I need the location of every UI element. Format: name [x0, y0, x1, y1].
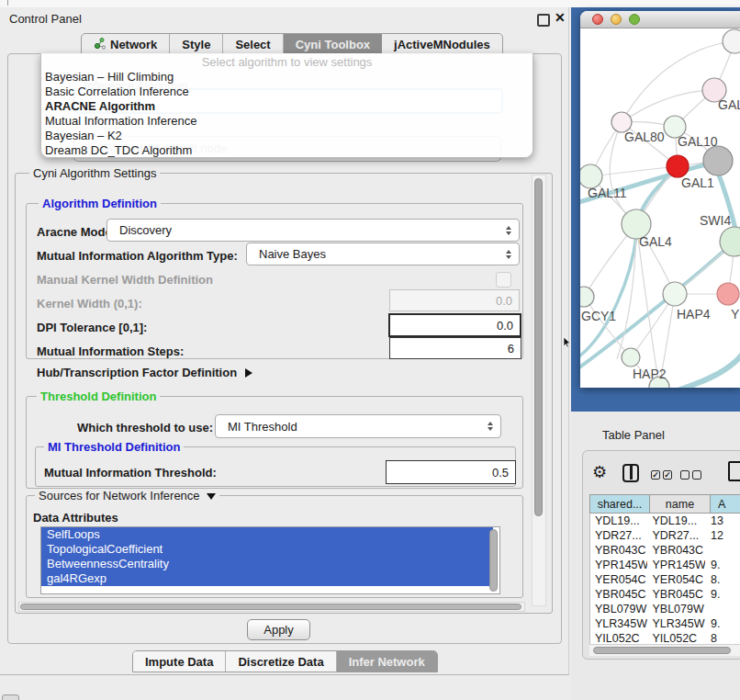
table-row[interactable]: YLR345WYLR345W9.	[590, 616, 740, 631]
node-pink	[717, 283, 739, 305]
network-window-titlebar[interactable]	[580, 11, 740, 28]
dropdown-item[interactable]: Basic Correlation Inference	[41, 85, 533, 99]
kernel-width-label: Kernel Width (0,1):	[37, 297, 142, 310]
dropdown-item[interactable]: Bayesian – Hill Climbing	[41, 70, 533, 85]
sources-title: Sources for Network Inference	[39, 489, 200, 502]
table-body: YDL19...YDL19...13 YDR27...YDR27...12 YB…	[589, 514, 740, 644]
tab-impute-data[interactable]: Impute Data	[133, 651, 226, 672]
node-label-gal80: GAL80	[624, 130, 665, 144]
dropdown-placeholder: Select algorithm to view settings	[41, 54, 533, 70]
settings-hscrollbar-thumb[interactable]	[20, 604, 521, 610]
table-header: shared... name A	[589, 494, 740, 514]
gear-icon[interactable]: ⚙	[592, 462, 607, 482]
tab-label: Network	[110, 38, 157, 51]
hub-expander[interactable]: Hub/Transcription Factor Definition	[37, 366, 252, 379]
mi-steps-field[interactable]: 6	[389, 337, 521, 359]
bottom-tabbar: Impute Data Discretize Data Infer Networ…	[132, 650, 438, 672]
node-label-hap2: HAP2	[633, 367, 667, 381]
node-label-gal-top: GAL	[718, 97, 740, 112]
tab-style[interactable]: Style	[170, 34, 223, 54]
tab-jactivemnodules[interactable]: jActiveMNodules	[382, 34, 502, 54]
kernel-width-field[interactable]: 0.0	[389, 289, 520, 311]
list-item[interactable]: TopologicalCoefficient	[41, 542, 493, 557]
tab-network[interactable]: Network	[82, 34, 170, 54]
column-header-shared[interactable]: shared...	[589, 494, 650, 514]
partial-button[interactable]	[2, 694, 19, 700]
list-item[interactable]: gal4RGexp	[41, 571, 493, 586]
tab-infer-network[interactable]: Infer Network	[337, 651, 437, 672]
table-panel-title: Table Panel	[602, 428, 665, 442]
node-label-gal11: GAL11	[588, 186, 627, 200]
list-item[interactable]: BetweennessCentrality	[41, 557, 493, 571]
split-view-icon[interactable]	[622, 464, 639, 482]
data-attributes-label: Data Attributes	[33, 511, 118, 525]
tab-cyni-toolbox[interactable]: Cyni Toolbox	[284, 34, 382, 54]
manual-kernel-label: Manual Kernel Width Definition	[37, 273, 213, 287]
table-row[interactable]: YBR045CYBR045C9.	[590, 587, 740, 602]
split-divider	[630, 466, 633, 480]
close-icon[interactable]: ✕	[555, 10, 566, 25]
table-row[interactable]: YIL052CYIL052C8	[590, 631, 740, 644]
document-icon[interactable]	[728, 461, 740, 481]
deselect-all-icon[interactable]	[680, 470, 690, 480]
mi-type-combo[interactable]: Naive Bayes	[246, 243, 520, 265]
node-label-y: Y	[731, 307, 740, 322]
mi-threshold-title: MI Threshold Definition	[44, 440, 184, 454]
mi-type-label: Mutual Information Algorithm Type:	[37, 249, 238, 263]
hub-label: Hub/Transcription Factor Definition	[37, 366, 237, 379]
which-threshold-label: Which threshold to use:	[77, 421, 213, 435]
control-panel-tabbar: Network Style Select Cyni Toolbox jActiv…	[81, 33, 503, 55]
table-hscrollbar-thumb[interactable]	[593, 647, 731, 654]
mac-zoom-button[interactable]	[629, 14, 640, 25]
aracne-mode-label: Aracne Mode:	[37, 225, 116, 239]
panel-title: Control Panel	[9, 12, 82, 26]
threshold-definition-title: Threshold Definition	[37, 390, 160, 403]
mit-field[interactable]: 0.5	[386, 460, 516, 484]
dropdown-item-selected[interactable]: ARACNE Algorithm	[41, 99, 533, 114]
select-all-icon-2[interactable]: ✓	[663, 470, 672, 480]
tab-label: Cyni Toolbox	[296, 38, 370, 51]
table-row[interactable]: YDL19...YDL19...13	[590, 514, 740, 528]
node-label-swi4: SWI4	[700, 213, 731, 228]
dropdown-item[interactable]: Dream8 DC_TDC Algorithm	[41, 143, 533, 158]
table-row[interactable]: YPR145WYPR145W9.	[590, 558, 740, 572]
table-row[interactable]: YER054CYER054C8.	[590, 572, 740, 587]
column-header-clipped[interactable]: A	[711, 494, 740, 514]
mac-minimize-button[interactable]	[611, 14, 622, 25]
spinner-arrows-icon	[506, 226, 511, 235]
select-all-icon[interactable]: ✓	[651, 470, 660, 480]
tab-select[interactable]: Select	[223, 34, 283, 54]
dropdown-item[interactable]: Bayesian – K2	[41, 129, 533, 143]
node-hap2	[622, 348, 640, 367]
tab-label: Impute Data	[145, 655, 213, 669]
deselect-all-icon-2[interactable]	[692, 470, 701, 480]
mac-close-button[interactable]	[592, 14, 603, 25]
combo-value: Naive Bayes	[259, 247, 326, 261]
float-icon[interactable]	[537, 14, 550, 27]
tab-discretize-data[interactable]: Discretize Data	[226, 651, 336, 672]
apply-button[interactable]: Apply	[247, 619, 310, 640]
tab-label: Select	[235, 38, 270, 51]
expander-right-icon	[245, 368, 252, 378]
combo-value: MI Threshold	[228, 420, 297, 434]
table-row[interactable]: YBR043CYBR043C	[590, 543, 740, 558]
algorithm-definition-title: Algorithm Definition	[39, 197, 161, 210]
network-canvas[interactable]: GAL GAL80 GAL10 GAL1 GAL11 SWI4 GAL4 GCY…	[580, 28, 740, 388]
list-item[interactable]: SelfLoops	[41, 527, 493, 542]
network-window: GAL GAL80 GAL10 GAL1 GAL11 SWI4 GAL4 GCY…	[580, 11, 740, 388]
sources-collapse-toggle[interactable]: Sources for Network Inference	[35, 489, 219, 502]
node-label-gal10: GAL10	[678, 134, 718, 149]
table-row[interactable]: YBL079WYBL079W	[590, 602, 740, 616]
aracne-mode-combo[interactable]: Discovery	[107, 219, 520, 242]
column-header-name[interactable]: name	[650, 494, 711, 514]
which-threshold-combo[interactable]: MI Threshold	[215, 414, 501, 438]
dpi-tolerance-field[interactable]: 0.0	[388, 313, 521, 337]
manual-kernel-checkbox[interactable]	[496, 272, 511, 288]
settings-scrollbar-thumb[interactable]	[534, 178, 543, 516]
data-attributes-list: SelfLoops TopologicalCoefficient Between…	[40, 526, 500, 594]
node-label-gal1: GAL1	[681, 175, 714, 190]
table-row[interactable]: YDR27...YDR27...12	[590, 528, 740, 543]
dpi-tolerance-label: DPI Tolerance [0,1]:	[37, 321, 147, 334]
dropdown-item[interactable]: Mutual Information Inference	[41, 114, 533, 129]
list-vertical-scrollbar[interactable]	[489, 529, 498, 592]
